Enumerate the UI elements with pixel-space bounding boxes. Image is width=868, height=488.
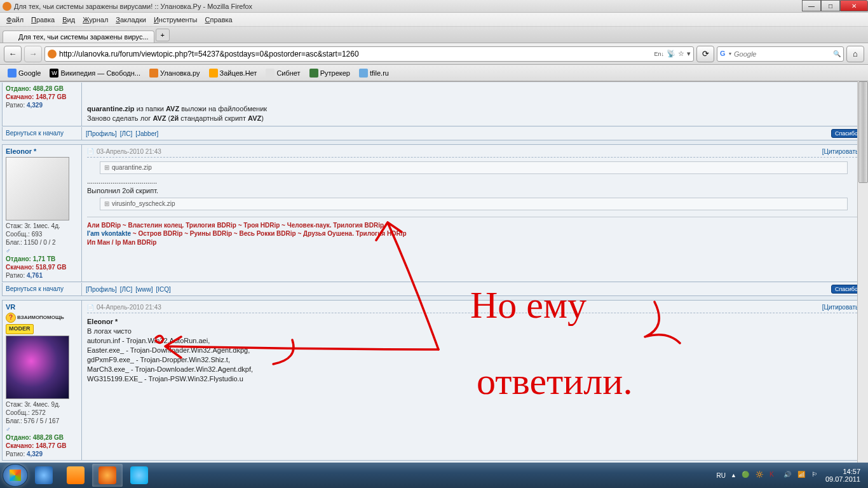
user-column: VR ? ВЗАИМОПОМОЩЬ MODER Стаж: 3г. 4мес. … <box>3 301 82 460</box>
menu-history[interactable]: Журнал <box>79 15 112 25</box>
rutracker-icon <box>309 69 318 78</box>
menu-tools[interactable]: Инструменты <box>150 15 201 25</box>
back-button[interactable]: ← <box>4 46 22 62</box>
bookmark-wikipedia[interactable]: WВикипедия — Свободн... <box>46 67 144 79</box>
action-center-icon[interactable]: 🏳 <box>811 471 820 480</box>
network-icon[interactable]: 📶 <box>797 471 806 480</box>
firefox-taskbar-icon <box>98 466 116 484</box>
wmp-icon <box>67 466 85 484</box>
tray-icon-kaspersky[interactable]: K <box>770 471 778 480</box>
taskbar-item-firefox[interactable] <box>92 464 123 487</box>
sibnet-icon <box>266 69 275 78</box>
tfile-icon <box>359 69 368 78</box>
language-indicator[interactable]: RU <box>717 472 726 479</box>
google-search-icon: G <box>720 50 729 58</box>
bookmark-zaycev[interactable]: Зайцев.Нет <box>205 67 261 79</box>
bookmark-sibnet[interactable]: Сибнет <box>262 67 304 79</box>
taskbar-item-ie[interactable] <box>29 464 59 487</box>
clock[interactable]: 14:57 09.07.2011 <box>825 468 860 483</box>
www-link[interactable]: www <box>135 286 153 293</box>
tab-current[interactable]: Для тех, чьи системы заражены вирус... <box>3 30 154 43</box>
url-bar[interactable]: En↓ 📡 ☆ ▾ <box>44 46 694 62</box>
quote-button[interactable]: Цитировать <box>822 303 860 312</box>
attachment-box[interactable]: virusinfo_syscheck.zip <box>100 198 848 210</box>
profile-link[interactable]: Профиль <box>86 130 117 137</box>
back-to-top-link[interactable]: Вернуться к началу <box>6 130 64 137</box>
skype-icon <box>130 466 148 484</box>
attachment-box[interactable]: quarantine.zip <box>100 161 848 174</box>
forward-button[interactable]: → <box>24 46 42 62</box>
user-column: Eleonor * Стаж: 3г. 1мес. 4д. Сообщ.: 69… <box>3 145 82 281</box>
start-button[interactable] <box>3 464 28 487</box>
scrollbar-thumb[interactable] <box>858 81 868 183</box>
window-title: Для тех, чьи системы заражены вирусами! … <box>14 3 865 10</box>
post-date: 04-Апрель-2010 21:43 <box>87 303 161 312</box>
scrollbar[interactable] <box>857 81 868 463</box>
post-date: 03-Апрель-2010 21:43 <box>87 147 161 156</box>
volume-icon[interactable]: 🔊 <box>783 471 792 480</box>
pm-link[interactable]: ЛС <box>120 286 132 293</box>
tray-icon-2[interactable]: 🔆 <box>756 471 764 480</box>
nav-toolbar: ← → En↓ 📡 ☆ ▾ ⟳ G ▾ 🔍 ⌂ <box>0 43 868 65</box>
window-close-button[interactable]: ✕ <box>840 0 868 11</box>
dropdown-icon[interactable]: ▾ <box>687 50 691 58</box>
username-link[interactable]: Eleonor * <box>6 147 36 155</box>
window-titlebar: Для тех, чьи системы заражены вирусами! … <box>0 0 868 13</box>
back-to-top-link[interactable]: Вернуться к началу <box>6 285 64 292</box>
post-body: 04-Апрель-2010 21:43 Цитировать Eleonor … <box>82 301 865 460</box>
icq-link[interactable]: ICQ <box>156 286 171 293</box>
post-footer: Вернуться к началу Профиль ЛС www ICQ Сп… <box>2 283 866 296</box>
window-maximize-button[interactable]: □ <box>821 0 840 11</box>
tray-icon-1[interactable]: 🟢 <box>742 471 750 480</box>
menu-file[interactable]: Файл <box>3 15 27 25</box>
post-body: 03-Апрель-2010 21:43 Цитировать quaranti… <box>82 145 865 281</box>
menu-bookmarks[interactable]: Закладки <box>112 15 150 25</box>
menu-bar: Файл Правка Вид Журнал Закладки Инструме… <box>0 13 868 27</box>
site-favicon-icon <box>48 50 57 58</box>
profile-link[interactable]: Профиль <box>86 286 117 293</box>
urlbar-icons: En↓ 📡 ☆ ▾ <box>654 50 691 58</box>
user-column: Отдано: 488,28 GB Скачано: 148,77 GB Рат… <box>3 83 82 126</box>
url-input[interactable] <box>59 50 654 58</box>
tab-new-button[interactable]: + <box>156 29 170 41</box>
username-link[interactable]: VR <box>6 303 15 311</box>
taskbar-item-wmp[interactable] <box>60 464 91 487</box>
system-tray: RU ▲ 🟢 🔆 K 🔊 📶 🏳 14:57 09.07.2011 <box>717 468 865 483</box>
reload-button[interactable]: ⟳ <box>696 46 714 62</box>
bookmark-ulanovka[interactable]: Улановка.ру <box>146 67 204 79</box>
signature: Али BDRip ~ Властелин колец. Трилогия BD… <box>87 217 860 247</box>
firefox-icon <box>3 2 11 11</box>
avatar <box>6 336 69 399</box>
profile-links: Профиль ЛС Jabber <box>86 130 159 137</box>
help-badge-icon: ? <box>6 313 16 323</box>
bookmark-tfile[interactable]: tfile.ru <box>355 67 393 79</box>
post-footer: Вернуться к началу Профиль ЛС Jabber Спа… <box>2 127 866 140</box>
menu-view[interactable]: Вид <box>58 15 79 25</box>
search-input[interactable] <box>731 50 833 58</box>
taskbar-item-skype[interactable] <box>124 464 154 487</box>
bookmarks-bar: Google WВикипедия — Свободн... Улановка.… <box>0 65 868 81</box>
ie-icon <box>35 466 53 484</box>
tab-bar: Для тех, чьи системы заражены вирус... + <box>0 27 868 43</box>
quote-button[interactable]: Цитировать <box>822 147 860 156</box>
home-button[interactable]: ⌂ <box>846 46 864 62</box>
feed-icon[interactable]: 📡 <box>667 50 675 58</box>
zaycev-icon <box>209 69 218 78</box>
bookmark-google[interactable]: Google <box>4 67 44 79</box>
pm-link[interactable]: ЛС <box>120 130 132 137</box>
jabber-link[interactable]: Jabber <box>135 130 158 137</box>
page-content: Отдано: 488,28 GB Скачано: 148,77 GB Рат… <box>0 81 868 463</box>
window-minimize-button[interactable]: — <box>802 0 821 11</box>
tab-title: Для тех, чьи системы заражены вирус... <box>18 33 149 41</box>
avatar <box>6 157 69 220</box>
search-box[interactable]: G ▾ 🔍 <box>717 46 844 62</box>
tray-arrow-icon[interactable]: ▲ <box>731 472 736 478</box>
bookmark-star-icon[interactable]: ☆ <box>678 50 684 58</box>
menu-help[interactable]: Справка <box>201 15 236 25</box>
menu-edit[interactable]: Правка <box>27 15 58 25</box>
search-go-icon[interactable]: 🔍 <box>833 50 841 57</box>
wikipedia-icon: W <box>50 69 58 78</box>
ulanovka-icon <box>149 69 158 78</box>
bookmark-rutracker[interactable]: Рутрекер <box>306 67 354 79</box>
google-icon <box>8 69 17 78</box>
